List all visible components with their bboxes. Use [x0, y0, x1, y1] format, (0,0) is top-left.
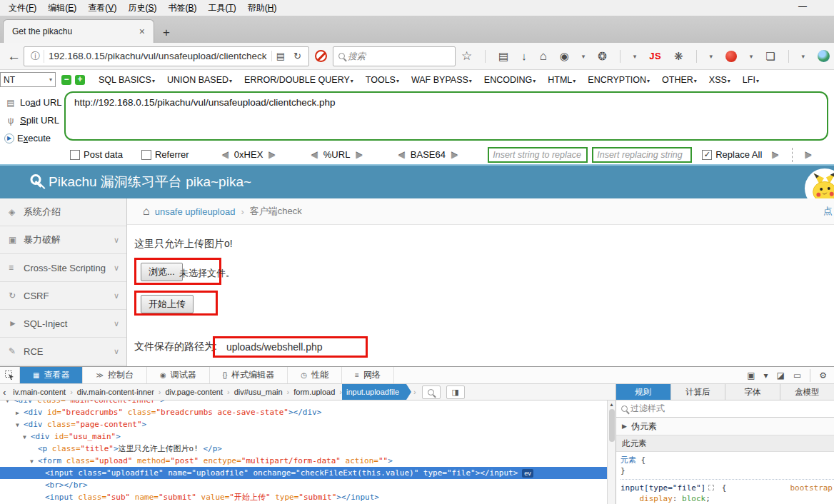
- post-data-checkbox[interactable]: Post data: [70, 149, 123, 160]
- crumb-main-content[interactable]: iv.main-content: [9, 384, 70, 400]
- adblock-icon[interactable]: [725, 51, 737, 62]
- highlight-target-icon[interactable]: [708, 485, 714, 490]
- scroll-up-icon[interactable]: ▲: [609, 402, 614, 407]
- back-icon[interactable]: ←: [7, 49, 21, 64]
- translate-globe-icon[interactable]: [818, 50, 830, 62]
- new-tab-button[interactable]: +: [154, 26, 179, 43]
- split-url-button[interactable]: ψSplit URL: [0, 111, 64, 129]
- code-line[interactable]: <input class="uploadfile" name="uploadfi…: [0, 467, 607, 479]
- style-filter-bar[interactable]: 过滤样式: [616, 400, 834, 418]
- hackbar-spider-icon[interactable]: ❋: [674, 50, 683, 63]
- crumb-main-content-inner[interactable]: div.main-content-inner: [73, 384, 159, 400]
- responsive-mode-icon[interactable]: ▭: [793, 371, 801, 380]
- stylesheet-link[interactable]: bootstrap: [790, 483, 833, 493]
- side-tab-rules[interactable]: 规则: [616, 384, 671, 400]
- menu-item-file[interactable]: 文件(F): [3, 1, 42, 16]
- devtools-tab-performance[interactable]: ◷性能: [288, 367, 342, 383]
- tab-close-icon[interactable]: ×: [136, 26, 148, 37]
- sidebar-toggle-button[interactable]: ◨: [446, 385, 465, 399]
- inline-rule-open[interactable]: 元素 {: [621, 455, 834, 465]
- home-icon[interactable]: ⌂: [540, 49, 547, 64]
- hackbar-remove-icon[interactable]: −: [61, 75, 71, 85]
- proxy-globe-icon[interactable]: ◉: [560, 50, 569, 63]
- split-console-icon[interactable]: ◪: [777, 371, 785, 380]
- encode-right-icon[interactable]: ▶: [451, 150, 458, 160]
- hackbar-menu-union-based[interactable]: UNION BASED▾: [167, 75, 232, 85]
- devtools-tab-style-editor[interactable]: {}样式编辑器: [210, 367, 288, 383]
- expand-arrow-icon[interactable]: ▶: [622, 423, 627, 430]
- info-icon[interactable]: ⓘ: [27, 50, 44, 63]
- file-rule-open[interactable]: input[type="file"] {bootstrap: [621, 483, 834, 493]
- adblock-dropdown-icon[interactable]: ▾: [750, 53, 753, 60]
- bookmark-star-icon[interactable]: ☆: [461, 49, 472, 64]
- dock-dropdown-icon[interactable]: ▾: [764, 371, 768, 380]
- crumb-scroll-left-icon[interactable]: ‹: [0, 387, 9, 398]
- css-property-name[interactable]: display: [640, 494, 673, 503]
- side-tab-computed[interactable]: 计算后: [671, 384, 726, 400]
- hackbar-menu-sql-basics[interactable]: SQL BASICS▾: [99, 75, 155, 85]
- url-bar[interactable]: ⓘ ▤ ↻: [24, 46, 309, 66]
- referrer-checkbox[interactable]: Referrer: [141, 149, 189, 160]
- code-line[interactable]: ▼<form class="upload" method="post" enct…: [0, 455, 607, 467]
- palette-dropdown-icon[interactable]: ▾: [633, 53, 637, 60]
- settings-gear-icon[interactable]: ⚙: [819, 371, 827, 380]
- hackbar-menu-html[interactable]: HTML▾: [548, 75, 576, 85]
- html-tree-scrollbar[interactable]: ▲: [607, 400, 616, 504]
- devtools-tab-debugger[interactable]: ◉调试器: [147, 367, 210, 383]
- hackbar-url-textarea[interactable]: http://192.168.0.15/pikachu/vul/unsafeup…: [64, 91, 828, 141]
- code-line[interactable]: <br></br>: [0, 479, 607, 491]
- checkbox-icon[interactable]: [70, 150, 80, 160]
- clipboard-icon[interactable]: ▤: [498, 50, 508, 63]
- download-icon[interactable]: ↓: [521, 50, 527, 62]
- sidebar-item-bruteforce[interactable]: ▣暴力破解∨: [0, 226, 126, 254]
- browser-tab[interactable]: Get the pikachu ×: [3, 19, 154, 43]
- twisty-icon[interactable]: ▼: [16, 419, 24, 431]
- url-input[interactable]: [44, 51, 271, 61]
- start-upload-button[interactable]: 开始上传: [141, 295, 194, 313]
- search-bar[interactable]: [333, 46, 456, 66]
- encode-left-icon[interactable]: ◀: [311, 150, 318, 160]
- twisty-icon[interactable]: ▼: [30, 455, 38, 468]
- menu-item-help[interactable]: 帮助(H): [242, 1, 283, 16]
- proxy-dropdown-icon[interactable]: ▾: [582, 53, 586, 60]
- cookie-palette-icon[interactable]: ❂: [598, 50, 607, 63]
- code-line[interactable]: <p class="title">这里只允许上传图片o! </p>: [0, 443, 607, 455]
- replace-with-input[interactable]: [592, 147, 692, 163]
- file-rule-selector[interactable]: input[type="file"]: [621, 483, 705, 493]
- sidebar-item-intro[interactable]: ◈系统介绍: [0, 198, 126, 226]
- css-declaration[interactable]: display: block;: [621, 493, 834, 504]
- replace-all-checkbox[interactable]: ✓ Replace All: [702, 149, 762, 160]
- sidebar-item-rce[interactable]: ✎RCE∨: [0, 338, 126, 366]
- twisty-icon[interactable]: ▶: [16, 407, 24, 419]
- inline-rule-selector[interactable]: 元素: [621, 455, 636, 465]
- code-line[interactable]: ▼<div id="usu_main">: [0, 430, 607, 443]
- scrollbar-thumb[interactable]: [609, 409, 615, 442]
- replace-find-input[interactable]: [488, 147, 588, 163]
- menu-item-edit[interactable]: 编辑(E): [42, 1, 82, 16]
- encode-right-icon[interactable]: ▶: [268, 150, 275, 160]
- element-picker-button[interactable]: [0, 367, 20, 383]
- pseudo-elements-row[interactable]: ▶ 伪元素: [616, 418, 834, 435]
- checkbox-checked-icon[interactable]: ✓: [702, 150, 712, 160]
- dock-side-icon[interactable]: ▣: [747, 371, 755, 380]
- sidebar-item-sql-inject[interactable]: ►SQL-Inject∨: [0, 310, 126, 338]
- home-icon[interactable]: ⌂: [143, 205, 150, 218]
- crumb-page-content[interactable]: div.page-content: [161, 384, 227, 400]
- menu-item-bookmarks[interactable]: 书签(B): [162, 1, 202, 16]
- browse-button[interactable]: 浏览...: [141, 263, 183, 281]
- hackbar-add-icon[interactable]: +: [75, 75, 85, 85]
- reader-mode-icon[interactable]: ▤: [272, 51, 289, 61]
- replace-run-icon[interactable]: ▶: [772, 150, 778, 160]
- inspector-search-button[interactable]: [422, 385, 441, 399]
- menu-item-tools[interactable]: 工具(T): [202, 1, 241, 16]
- pages-dropdown-icon[interactable]: ▾: [802, 53, 805, 60]
- js-toggle-icon[interactable]: JS: [649, 51, 661, 61]
- side-tab-box-model[interactable]: 盒模型: [780, 384, 834, 400]
- hackbar-menu-encryption[interactable]: ENCRYPTION▾: [588, 75, 650, 85]
- side-tab-fonts[interactable]: 字体: [725, 384, 780, 400]
- hackbar-menu-waf-bypass[interactable]: WAF BYPASS▾: [411, 75, 472, 85]
- crumb-scroll-right-icon[interactable]: ›: [413, 388, 416, 396]
- menu-item-history[interactable]: 历史(S): [122, 1, 162, 16]
- css-property-value[interactable]: block: [682, 494, 705, 503]
- devtools-tab-inspector[interactable]: ▦查看器: [20, 367, 83, 383]
